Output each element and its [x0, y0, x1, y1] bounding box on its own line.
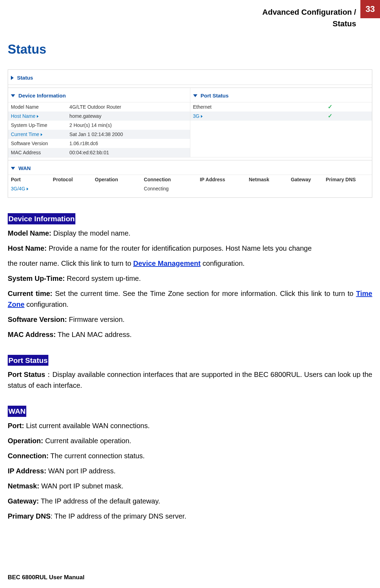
wan-col-gateway: Gateway — [288, 176, 323, 183]
t: configuration. — [201, 259, 245, 267]
wan-col-port: Port — [8, 176, 50, 183]
di-k-link[interactable]: Host Name — [8, 113, 68, 120]
wan-col-dns: Primary DNS — [323, 176, 372, 183]
link-arrow-icon — [41, 133, 42, 136]
di-v: 2 Hour(s) 14 min(s) — [68, 122, 190, 129]
t: Current available operation. — [43, 437, 131, 445]
p-current-time: Current time: Set the current time. See … — [8, 288, 372, 310]
p-model-name: Model Name: Display the model name. — [8, 228, 372, 239]
header-line1: Advanced Configuration / — [262, 6, 356, 18]
t: WAN port IP address. — [48, 467, 116, 475]
footer: BEC 6800RUL User Manual — [8, 573, 84, 582]
chevron-down-icon — [11, 167, 15, 170]
di-k-link[interactable]: Current Time — [8, 131, 68, 138]
b: Software Version: — [8, 316, 67, 323]
wan-header-text: WAN — [19, 165, 31, 171]
di-v: 4G/LTE Outdoor Router — [68, 103, 190, 111]
wan-port-link[interactable]: 3G/4G — [8, 185, 50, 192]
t: Display the model name. — [51, 229, 130, 237]
di-row-time: Current TimeSat Jan 1 02:14:38 2000 — [8, 130, 190, 139]
wan-col-headers: Port Protocol Operation Connection IP Ad… — [8, 175, 372, 184]
p-sw: Software Version: Firmware version. — [8, 314, 372, 325]
di-k-text: Current Time — [11, 131, 39, 137]
wan-header: WAN — [8, 161, 372, 175]
ss-spacer — [8, 157, 372, 160]
t: The current connection status. — [49, 452, 145, 460]
ps-k-link[interactable]: 3G — [190, 113, 327, 120]
section-label-port-status: Port Status — [8, 355, 48, 366]
t: WAN port IP subnet mask. — [39, 482, 123, 490]
port-status-header-text: Port Status — [201, 93, 229, 99]
ss-spacer — [8, 85, 372, 88]
di-v: 1.06.r18t.dc6 — [68, 140, 190, 147]
di-row-mac: MAC Address00:04:ed:62:bb:01 — [8, 148, 190, 157]
device-info-header: Device Information — [8, 88, 190, 102]
di-v: Sat Jan 1 02:14:38 2000 — [68, 131, 190, 138]
section-label-wan: WAN — [8, 406, 26, 417]
b: Port: — [8, 422, 24, 430]
port-status-panel: Port Status Ethernet✓ 3G✓ — [190, 88, 372, 157]
page-header: Advanced Configuration / Status 33 — [8, 6, 372, 29]
p-wan-ip: IP Address: WAN port IP address. — [8, 466, 372, 477]
t: Provide a name for the router for identi… — [47, 244, 312, 252]
page-number-badge: 33 — [360, 0, 380, 18]
ss-bottom-space — [8, 193, 372, 197]
di-v: 00:04:ed:62:bb:01 — [68, 149, 190, 156]
b: Primary DNS — [8, 512, 50, 520]
wan-col-operation: Operation — [92, 176, 141, 183]
ps-k: Ethernet — [190, 103, 327, 111]
page-title: Status — [8, 40, 372, 59]
ps-row-eth: Ethernet✓ — [190, 102, 372, 111]
wan-port-text: 3G/4G — [11, 186, 25, 191]
ss-title-bar: Status — [8, 70, 372, 85]
p-sys-up: System Up-Time: Record system up-time. — [8, 273, 372, 284]
device-info-panel: Device Information Model Name4G/LTE Outd… — [8, 88, 190, 157]
p-wan-port: Port: List current available WAN connect… — [8, 420, 372, 431]
t: : The IP address of the primary DNS serv… — [50, 512, 186, 520]
di-k: Model Name — [8, 103, 68, 111]
b: Operation: — [8, 437, 43, 445]
t: The IP address of the default gateway. — [39, 497, 160, 505]
device-info-header-text: Device Information — [19, 93, 66, 99]
di-row-model: Model Name4G/LTE Outdoor Router — [8, 102, 190, 111]
section-label-device-info: Device Information — [8, 213, 75, 224]
device-management-link[interactable]: Device Management — [133, 259, 201, 267]
wan-conn: Connecting — [141, 185, 197, 192]
t: the router name. Click this link to turn… — [8, 259, 133, 267]
wan-col-netmask: Netmask — [246, 176, 288, 183]
ss-title: Status — [17, 75, 33, 81]
p-wan-dns: Primary DNS: The IP address of the prima… — [8, 511, 372, 522]
b: IP Address: — [8, 467, 48, 475]
t: configuration. — [25, 300, 69, 308]
di-v: home.gateway — [68, 113, 190, 120]
b: System Up-Time: — [8, 275, 65, 282]
t: ：Display available connection interfaces… — [8, 371, 372, 389]
di-row-host: Host Namehome.gateway — [8, 111, 190, 121]
t: List current available WAN connections. — [24, 422, 150, 430]
t: Set the current time. See the Time Zone … — [52, 290, 356, 297]
header-line2: Status — [262, 18, 356, 29]
di-k: System Up-Time — [8, 122, 68, 129]
p-host-name-1: Host Name: Provide a name for the router… — [8, 243, 372, 254]
b: Gateway: — [8, 497, 39, 505]
p-mac: MAC Address: The LAN MAC address. — [8, 329, 372, 340]
status-screenshot: Status Device Information Model Name4G/L… — [8, 69, 372, 198]
wan-col-connection: Connection — [141, 176, 197, 183]
port-status-header: Port Status — [190, 88, 372, 102]
check-icon: ✓ — [326, 103, 372, 111]
di-k: Software Version — [8, 140, 68, 147]
b: Host Name: — [8, 244, 47, 252]
di-row-uptime: System Up-Time2 Hour(s) 14 min(s) — [8, 121, 190, 130]
b: Netmask: — [8, 482, 39, 490]
t: The LAN MAC address. — [56, 331, 131, 338]
p-port-status: Port Status：Display available connection… — [8, 369, 372, 391]
b: Model Name: — [8, 229, 51, 237]
t: Firmware version. — [67, 316, 124, 323]
di-k-text: Host Name — [11, 113, 35, 119]
p-wan-net: Netmask: WAN port IP subnet mask. — [8, 481, 372, 492]
wan-panel: WAN Port Protocol Operation Connection I… — [8, 160, 372, 197]
p-host-name-2: the router name. Click this link to turn… — [8, 258, 372, 269]
t: Record system up-time. — [65, 275, 141, 282]
b: Port Status — [8, 371, 45, 378]
header-breadcrumb: Advanced Configuration / Status — [262, 6, 356, 29]
